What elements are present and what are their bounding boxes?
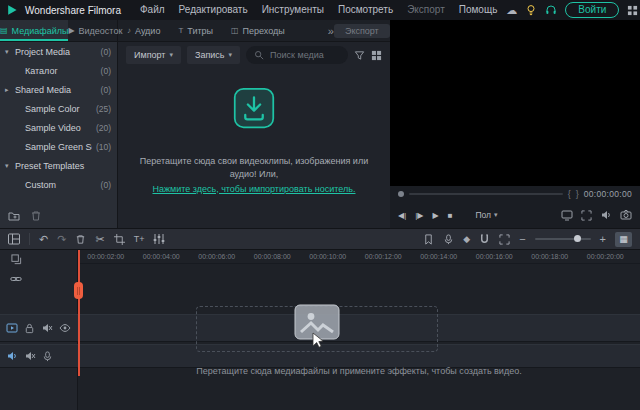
zoom-in-button[interactable]: + (600, 233, 606, 245)
zoom-slider-knob[interactable] (574, 235, 581, 242)
undo-button[interactable]: ↶ (39, 233, 48, 246)
detach-window-icon[interactable] (561, 209, 573, 221)
zoom-slider[interactable] (535, 238, 591, 240)
preview-right-tools (561, 209, 632, 221)
audio-track-header (0, 345, 78, 367)
zoom-to-fit-button[interactable] (499, 234, 510, 245)
sidebar-item[interactable]: Sample Video (20) (0, 118, 117, 137)
import-media-link[interactable]: Нажмите здесь, чтобы импортировать носит… (152, 184, 355, 194)
search-input[interactable] (268, 49, 338, 61)
workspace-layout-icon[interactable] (8, 233, 20, 245)
record-label: Запись (195, 50, 225, 60)
sidebar-item[interactable]: ▸ Shared Media (0) (0, 80, 117, 99)
scrub-bar[interactable] (409, 193, 563, 195)
menu-item[interactable]: Посмотреть (331, 0, 400, 20)
search-icon (254, 50, 264, 60)
panel-tab[interactable]: ◫ Переходы (222, 20, 294, 41)
headset-icon[interactable] (545, 4, 557, 16)
stop-button[interactable]: ■ (448, 211, 453, 220)
menu-item[interactable]: Файл (133, 0, 172, 20)
media-search[interactable] (246, 46, 348, 64)
apps-grid-icon[interactable] (627, 5, 638, 16)
marker-button[interactable] (423, 234, 434, 245)
voiceover-button[interactable] (443, 234, 454, 245)
media-panel: Импорт ▾ Запись ▾ (118, 42, 390, 228)
playhead-dot[interactable] (398, 191, 404, 197)
sidebar-item[interactable]: ▾ Project Media (0) (0, 42, 117, 61)
fullscreen-icon[interactable] (581, 210, 592, 221)
record-button[interactable]: Запись ▾ (187, 46, 240, 64)
tree-arrow-icon[interactable]: ▾ (5, 48, 15, 56)
lock-track-icon[interactable] (24, 323, 35, 334)
menu-item[interactable]: Экспорт (400, 0, 452, 20)
mark-in-icon[interactable]: { (568, 189, 571, 199)
tree-arrow-icon[interactable]: ▾ (5, 162, 15, 170)
sidebar-item[interactable]: Sample Color (25) (0, 99, 117, 118)
keyframe-button[interactable]: ◆ (463, 234, 470, 244)
delete-folder-icon[interactable] (30, 210, 42, 222)
new-folder-icon[interactable] (8, 210, 20, 222)
media-library-sidebar: ▾ Project Media (0) Каталог (0) ▸ Shared… (0, 42, 118, 228)
sidebar-footer (8, 210, 42, 222)
chevron-down-icon: ▾ (494, 211, 498, 219)
toggle-visibility-eye-icon[interactable] (59, 322, 71, 334)
ruler-label: 00:00:10:00 (300, 250, 356, 263)
mute-track-icon[interactable] (41, 322, 53, 334)
prev-frame-button[interactable]: ◀| (398, 211, 406, 220)
cloud-icon[interactable]: ☁ (506, 4, 517, 17)
filter-icon[interactable] (354, 50, 365, 61)
audio-track-icon (6, 350, 18, 362)
sidebar-item[interactable]: ▾ Preset Templates (0, 156, 117, 175)
menu-item[interactable]: Редактировать (172, 0, 255, 20)
media-drop-area[interactable]: Перетащите сюда свои видеоклипы, изображ… (118, 66, 390, 228)
sidebar-item[interactable]: Каталог (0) (0, 61, 117, 80)
tab-label: Аудио (135, 26, 160, 36)
split-scissors-button[interactable]: ✂ (95, 233, 104, 246)
storyboard-toggle-button[interactable]: ▦ (615, 232, 632, 247)
link-clips-icon[interactable] (10, 273, 22, 285)
zoom-out-button[interactable]: − (519, 233, 525, 245)
delete-button[interactable] (75, 234, 86, 245)
sidebar-item[interactable]: Sample Green Scre... (10) (0, 137, 117, 156)
playhead-line[interactable] (78, 250, 80, 376)
preview-controls: { } 00:00:00:00 ◀| |▶ ▶ ■ Пол ▾ (390, 186, 640, 228)
view-grid-icon[interactable] (371, 50, 382, 61)
mouse-cursor-icon (312, 332, 325, 348)
menu-item[interactable]: Помощь (452, 0, 505, 20)
menu-item[interactable]: Инструменты (255, 0, 331, 20)
snap-magnet-button[interactable] (479, 234, 490, 245)
library-tab[interactable]: ▶ Видеосток (68, 20, 122, 41)
import-button[interactable]: Импорт ▾ (126, 46, 181, 64)
sidebar-item-label: Sample Color (25, 104, 92, 114)
chevron-down-icon: ▾ (169, 51, 173, 59)
login-button[interactable]: Войти (565, 2, 619, 18)
volume-icon[interactable] (600, 209, 612, 221)
next-frame-button[interactable]: |▶ (415, 211, 423, 220)
sidebar-item-count: (20) (96, 123, 111, 133)
record-voiceover-icon[interactable] (42, 351, 53, 362)
playhead-grip[interactable] (74, 282, 83, 299)
play-button[interactable]: ▶ (432, 211, 438, 220)
add-text-button[interactable]: T+ (134, 234, 145, 244)
sidebar-item[interactable]: Custom (0) (0, 175, 117, 194)
audio-mixer-button[interactable] (153, 233, 165, 245)
timeline-panel: 00:00:02:00 00:00:04:00 00:00:06:00 00:0… (0, 250, 640, 410)
titlebar-right: ☁ Войти ✉ — □ × (506, 2, 640, 18)
sidebar-item-label: Preset Templates (15, 161, 107, 171)
export-button[interactable]: Экспорт (334, 24, 390, 38)
import-media-icon[interactable] (233, 87, 275, 129)
library-tab[interactable]: ▤ Медиафайлы (0, 20, 68, 41)
redo-button[interactable]: ↷ (57, 233, 66, 246)
mark-out-icon[interactable]: } (576, 189, 579, 199)
tree-arrow-icon[interactable]: ▸ (5, 86, 15, 94)
bulb-icon[interactable] (525, 4, 537, 16)
manage-tracks-icon[interactable] (10, 254, 22, 265)
ruler-label: 00:00:12:00 (356, 250, 412, 263)
fit-dropdown[interactable]: Пол ▾ (475, 210, 497, 220)
snapshot-camera-icon[interactable] (620, 209, 632, 221)
mute-track-icon[interactable] (24, 350, 36, 362)
panel-tab[interactable]: T Титры (169, 20, 222, 41)
timeline-ruler[interactable]: 00:00:02:00 00:00:04:00 00:00:06:00 00:0… (78, 250, 640, 264)
crop-button[interactable] (114, 234, 125, 245)
panel-tab[interactable]: ♪ Аудио (118, 20, 169, 41)
